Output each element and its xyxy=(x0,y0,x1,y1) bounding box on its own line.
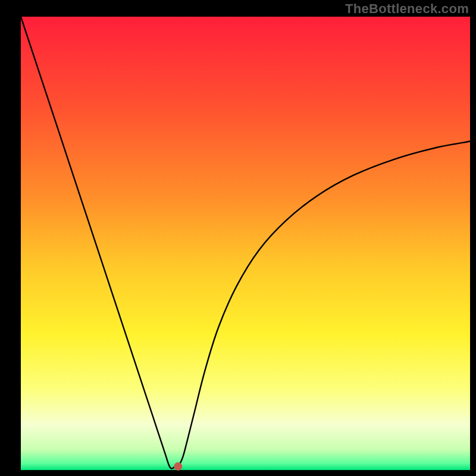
chart-frame: TheBottleneck.com xyxy=(0,0,476,476)
bottleneck-chart xyxy=(0,0,476,476)
minimum-marker xyxy=(174,462,182,471)
plot-background xyxy=(21,17,470,470)
